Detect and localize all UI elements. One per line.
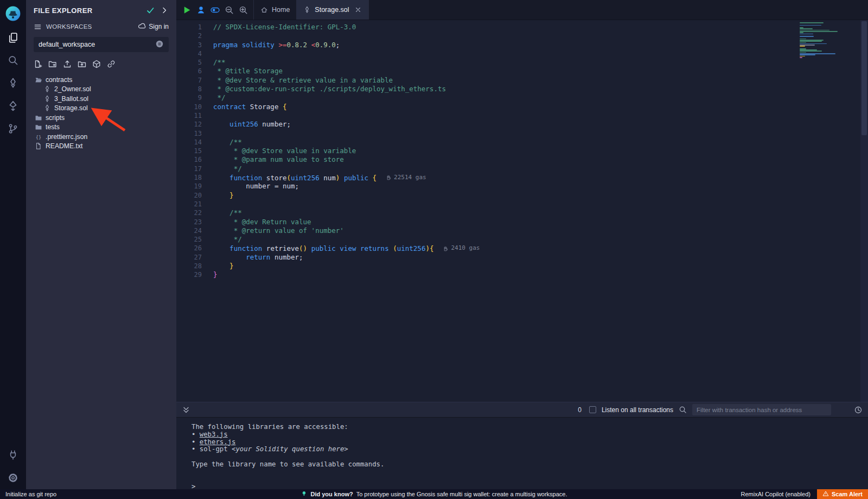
close-tab-icon[interactable]: [354, 6, 362, 14]
remixai-copilot-status[interactable]: RemixAI Copilot (enabled): [735, 491, 817, 497]
code-line-1[interactable]: // SPDX-License-Identifier: GPL-3.0: [213, 23, 868, 31]
minimap-line: [800, 34, 813, 35]
tree-item-readme-txt[interactable]: README.txt: [26, 142, 176, 151]
activity-bar: [0, 0, 26, 489]
code-content[interactable]: // SPDX-License-Identifier: GPL-3.0pragm…: [213, 20, 868, 402]
remixai-copilot-button[interactable]: [194, 3, 208, 17]
line-number: 1: [176, 23, 213, 31]
code-line-23[interactable]: * @dev Return value: [213, 218, 868, 226]
tree-item-storage-sol[interactable]: Storage.sol: [26, 104, 176, 113]
copilot-toggle-button[interactable]: [208, 3, 222, 17]
line-number: 13: [176, 129, 213, 138]
tree-item--prettierrc-json[interactable]: {}.prettierrc.json: [26, 132, 176, 142]
code-line-18[interactable]: function store(uint256 num) public {2251…: [213, 173, 868, 182]
code-line-27[interactable]: return number;: [213, 253, 868, 262]
code-line-24[interactable]: * @return value of 'number': [213, 226, 868, 235]
transaction-filter-input[interactable]: [692, 404, 831, 415]
gas-estimate-badge: 22514 gas: [386, 173, 426, 182]
code-line-22[interactable]: /**: [213, 209, 868, 217]
editor-scrollbar[interactable]: [860, 20, 868, 402]
search-icon[interactable]: [679, 406, 687, 414]
zoom-in-button[interactable]: [236, 3, 250, 17]
line-number: 10: [176, 103, 213, 111]
code-line-12[interactable]: uint256 number;: [213, 120, 868, 129]
code-line-4[interactable]: [213, 49, 868, 58]
code-line-13[interactable]: [213, 129, 868, 138]
code-line-11[interactable]: [213, 111, 868, 120]
tree-item-tests[interactable]: tests: [26, 123, 176, 132]
new-folder-icon[interactable]: [48, 60, 57, 68]
line-number: 28: [176, 262, 213, 270]
status-bar: Initialize as git repo Did you know? To …: [0, 489, 868, 499]
link-icon[interactable]: [107, 60, 116, 68]
code-line-25[interactable]: */: [213, 235, 868, 244]
code-line-16[interactable]: * @param num value to store: [213, 155, 868, 164]
expand-terminal-icon[interactable]: [182, 406, 190, 414]
minimap-line: [800, 28, 813, 29]
code-editor[interactable]: 1234567891011121314151617181920212223242…: [176, 20, 868, 402]
listen-all-transactions-checkbox[interactable]: [589, 406, 596, 413]
minimap[interactable]: [800, 22, 859, 58]
scam-alert-button[interactable]: Scam Alert: [817, 489, 868, 499]
code-line-7[interactable]: * @dev Store & retrieve value in a varia…: [213, 76, 868, 85]
code-line-6[interactable]: * @title Storage: [213, 67, 868, 75]
solidity-file-icon: [43, 104, 51, 112]
code-line-15[interactable]: * @dev Store value in variable: [213, 147, 868, 155]
code-line-5[interactable]: /**: [213, 58, 868, 67]
deploy-and-run-icon[interactable]: [0, 94, 26, 117]
plugin-manager-icon[interactable]: [0, 444, 26, 466]
remix-logo-icon[interactable]: [0, 1, 26, 26]
folder-icon: [35, 114, 42, 122]
workspace-options-icon[interactable]: [155, 40, 164, 50]
history-clock-icon[interactable]: [854, 406, 863, 414]
check-icon[interactable]: [146, 6, 155, 15]
tab-home[interactable]: Home: [254, 0, 297, 20]
settings-icon[interactable]: [0, 466, 26, 489]
code-line-29[interactable]: }: [213, 270, 868, 279]
code-line-2[interactable]: [213, 31, 868, 40]
code-line-28[interactable]: }: [213, 262, 868, 270]
upload-folder-icon[interactable]: [78, 60, 86, 68]
workspace-select[interactable]: default_workspace: [34, 37, 169, 52]
init-git-repo-button[interactable]: Initialize as git repo: [0, 491, 62, 497]
minimap-line: [800, 37, 802, 38]
code-line-14[interactable]: /**: [213, 138, 868, 147]
workspaces-menu-icon[interactable]: [34, 23, 42, 31]
new-file-icon[interactable]: [34, 60, 42, 68]
terminal-output[interactable]: The following libraries are accessible:•…: [176, 418, 868, 489]
cloud-icon: [138, 22, 146, 31]
zoom-out-button[interactable]: [222, 3, 236, 17]
code-line-8[interactable]: * @custom:dev-run-script ./scripts/deplo…: [213, 85, 868, 93]
file-explorer-icon[interactable]: [0, 26, 26, 49]
code-line-10[interactable]: contract Storage {: [213, 103, 868, 111]
minimap-line: [800, 31, 838, 32]
tip-bulb-icon: [301, 490, 307, 498]
cube-icon[interactable]: [92, 60, 101, 68]
tree-item-contracts[interactable]: contracts: [26, 75, 176, 85]
solidity-compiler-icon[interactable]: [0, 72, 26, 94]
code-line-26[interactable]: function retrieve() public view returns …: [213, 244, 868, 252]
terminal-link-web3.js[interactable]: web3.js: [200, 431, 228, 438]
tip-title: Did you know?: [310, 491, 353, 497]
tree-item-3-ballot-sol[interactable]: 3_Ballot.sol: [26, 94, 176, 104]
upload-file-icon[interactable]: [63, 60, 72, 68]
code-line-19[interactable]: number = num;: [213, 182, 868, 191]
terminal-link-ethers.js[interactable]: ethers.js: [200, 438, 236, 446]
code-line-3[interactable]: pragma solidity >=0.8.2 <0.9.0;: [213, 41, 868, 49]
git-icon[interactable]: [0, 117, 26, 140]
code-line-9[interactable]: */: [213, 93, 868, 102]
terminal-prompt[interactable]: >: [192, 483, 868, 489]
chevron-right-icon[interactable]: [160, 6, 169, 15]
tab-label: Home: [272, 6, 290, 14]
code-line-17[interactable]: */: [213, 165, 868, 173]
search-icon[interactable]: [0, 49, 26, 72]
code-line-21[interactable]: [213, 200, 868, 209]
code-line-20[interactable]: }: [213, 191, 868, 200]
tree-item-2-owner-sol[interactable]: 2_Owner.sol: [26, 85, 176, 94]
scrollbar-thumb[interactable]: [861, 21, 867, 135]
tree-item-scripts[interactable]: scripts: [26, 113, 176, 123]
line-number: 14: [176, 138, 213, 147]
run-script-button[interactable]: [180, 3, 194, 17]
tab-storage-sol[interactable]: Storage.sol: [297, 0, 368, 20]
sign-in-button[interactable]: Sign in: [138, 22, 169, 31]
